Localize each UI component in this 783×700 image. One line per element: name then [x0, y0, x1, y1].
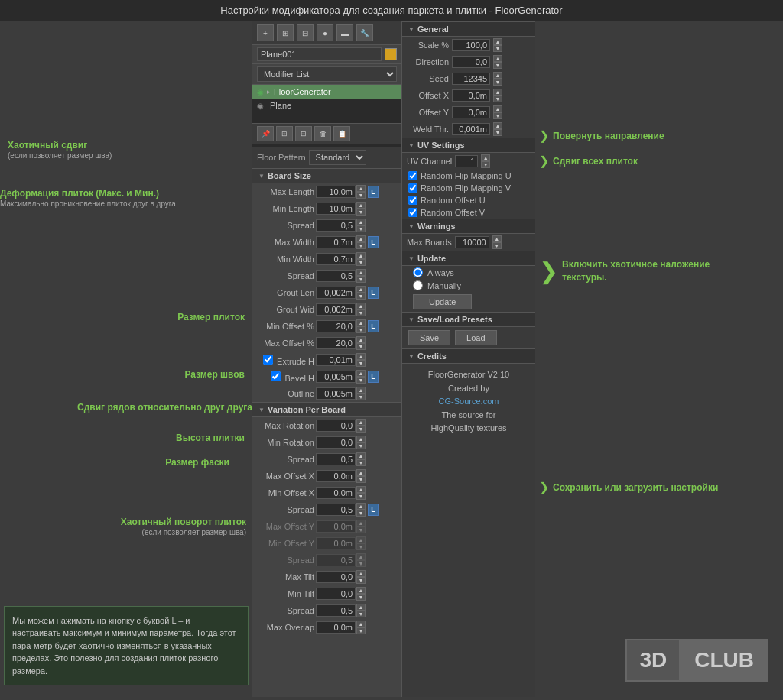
max-rotation-input[interactable] [316, 420, 356, 432]
direction-down[interactable]: ▼ [493, 62, 502, 69]
spread-6-down[interactable]: ▼ [356, 611, 366, 617]
max-rotation-up[interactable]: ▲ [356, 419, 366, 426]
save-load-header[interactable]: Save/Load Presets [402, 312, 535, 327]
spread-3-input[interactable] [316, 453, 356, 465]
spread-6-input[interactable] [316, 604, 356, 617]
grid-btn[interactable]: ⊞ [277, 24, 294, 41]
general-header[interactable]: General [402, 21, 535, 37]
bevel-checkbox[interactable] [271, 371, 281, 381]
floor-pattern-select[interactable]: Standard [309, 150, 366, 165]
random-flip-v-checkbox[interactable] [408, 183, 417, 193]
uv-settings-header[interactable]: UV Settings [402, 138, 535, 153]
max-offset-y-up[interactable]: ▲ [356, 520, 366, 527]
offset-y-down[interactable]: ▼ [493, 112, 502, 119]
min-tilt-up[interactable]: ▲ [356, 587, 366, 594]
spread-6-up[interactable]: ▲ [356, 604, 366, 611]
wrench-btn[interactable]: 🔧 [356, 24, 373, 41]
max-overlap-down[interactable]: ▼ [356, 627, 366, 634]
uv-channel-up[interactable]: ▲ [481, 154, 490, 161]
min-offset-y-input[interactable] [316, 537, 356, 549]
extrude-up[interactable]: ▲ [356, 353, 366, 360]
max-offset-x-down[interactable]: ▼ [356, 476, 366, 483]
modifier-list-select[interactable]: Modifier List [257, 66, 397, 82]
random-flip-u-checkbox[interactable] [408, 171, 417, 180]
bevel-down[interactable]: ▼ [356, 377, 366, 384]
max-tilt-input[interactable] [316, 571, 356, 583]
grout-len-l-btn[interactable]: L [368, 287, 379, 299]
min-width-input[interactable] [316, 253, 356, 265]
max-length-input[interactable] [316, 186, 356, 198]
min-rotation-up[interactable]: ▲ [356, 436, 366, 442]
offset-y-input[interactable] [452, 106, 490, 118]
grout-wid-down[interactable]: ▼ [356, 309, 366, 316]
object-color-swatch[interactable] [385, 48, 397, 60]
offset-x-up[interactable]: ▲ [493, 89, 502, 96]
max-offset-pct-up[interactable]: ▲ [356, 336, 366, 343]
bevel-input[interactable] [316, 371, 356, 383]
update-button[interactable]: Update [413, 294, 472, 309]
board-size-header[interactable]: Board Size [252, 168, 401, 183]
min-offset-y-up[interactable]: ▲ [356, 536, 366, 543]
weld-thr-input[interactable] [452, 123, 490, 135]
pin-btn[interactable]: 📌 [257, 126, 274, 141]
max-length-down[interactable]: ▼ [356, 192, 366, 199]
spread-4-up[interactable]: ▲ [356, 503, 366, 510]
direction-input[interactable] [452, 56, 490, 68]
save-button[interactable]: Save [408, 330, 450, 345]
circle-btn[interactable]: ● [317, 24, 333, 41]
spread-1-down[interactable]: ▼ [356, 225, 366, 232]
spread-3-up[interactable]: ▲ [356, 452, 366, 459]
max-width-up[interactable]: ▲ [356, 235, 366, 242]
extrude-checkbox[interactable] [263, 355, 273, 365]
min-tilt-down[interactable]: ▼ [356, 594, 366, 601]
spread-4-input[interactable] [316, 504, 356, 516]
variation-header[interactable]: Variation Per Board [252, 402, 401, 417]
min-length-up[interactable]: ▲ [356, 202, 366, 209]
extrude-input[interactable] [316, 354, 356, 366]
seed-down[interactable]: ▼ [493, 79, 502, 86]
warnings-header[interactable]: Warnings [402, 219, 535, 234]
max-overlap-input[interactable] [316, 621, 356, 634]
min-length-down[interactable]: ▼ [356, 209, 366, 216]
always-radio[interactable] [413, 267, 423, 277]
spread-4-down[interactable]: ▼ [356, 510, 366, 517]
grout-wid-up[interactable]: ▲ [356, 303, 366, 309]
uv-channel-input[interactable] [455, 155, 478, 167]
max-tilt-down[interactable]: ▼ [356, 577, 366, 584]
grid2-btn[interactable]: ⊟ [297, 24, 314, 41]
bevel-l-btn[interactable]: L [368, 371, 379, 383]
min-offset-x-up[interactable]: ▲ [356, 486, 366, 493]
min-length-input[interactable] [316, 203, 356, 215]
offset-x-input[interactable] [452, 89, 490, 102]
add-btn[interactable]: + [257, 24, 274, 41]
weld-thr-down[interactable]: ▼ [493, 129, 502, 136]
min-offset-pct-input[interactable] [316, 320, 356, 332]
credits-link[interactable]: CG-Source.com [439, 397, 499, 406]
min-offset-x-input[interactable] [316, 487, 356, 499]
spread-1-up[interactable]: ▲ [356, 219, 366, 225]
min-rotation-input[interactable] [316, 436, 356, 449]
spread-5-input[interactable] [316, 554, 356, 566]
spread-2-down[interactable]: ▼ [356, 276, 366, 283]
grout-wid-input[interactable] [316, 303, 356, 316]
outline-down[interactable]: ▼ [356, 394, 366, 400]
outline-up[interactable]: ▲ [356, 387, 366, 394]
spread-5-down[interactable]: ▼ [356, 560, 366, 567]
min-offset-x-down[interactable]: ▼ [356, 493, 366, 500]
scale-down[interactable]: ▼ [493, 45, 502, 52]
modifier-tool-2[interactable]: ⊟ [295, 126, 312, 141]
min-rotation-down[interactable]: ▼ [356, 442, 366, 449]
max-boards-up[interactable]: ▲ [492, 235, 502, 242]
max-boards-down[interactable]: ▼ [492, 242, 502, 249]
max-length-l-btn[interactable]: L [368, 186, 379, 198]
modifier-tool-1[interactable]: ⊞ [276, 126, 293, 141]
direction-up[interactable]: ▲ [493, 55, 502, 62]
spread-2-up[interactable]: ▲ [356, 269, 366, 276]
min-offset-pct-l-btn[interactable]: L [368, 320, 379, 332]
max-width-l-btn[interactable]: L [368, 236, 379, 248]
seed-up[interactable]: ▲ [493, 72, 502, 79]
extrude-down[interactable]: ▼ [356, 360, 366, 367]
weld-thr-up[interactable]: ▲ [493, 122, 502, 129]
bevel-up[interactable]: ▲ [356, 370, 366, 377]
modifier-item-plane[interactable]: ◉ Plane [252, 99, 401, 112]
